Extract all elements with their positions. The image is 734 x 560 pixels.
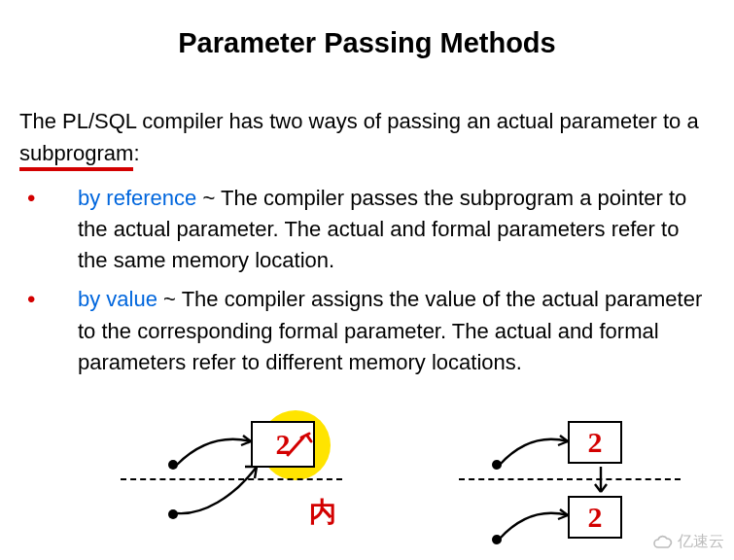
bullet-item-by-reference: by reference ~ The compiler passes the s… — [27, 183, 715, 276]
term-by-reference: by reference — [78, 186, 196, 210]
diagram-area: 2 内 2 2 — [0, 412, 734, 558]
memory-box-bottom: 2 — [568, 496, 622, 539]
term-by-value: by value — [78, 287, 157, 311]
dashed-divider-right — [459, 478, 681, 480]
bullet-item-by-value: by value ~ The compiler assigns the valu… — [27, 284, 715, 377]
cloud-icon — [652, 535, 674, 550]
intro-text-before: The PL/SQL compiler has two ways of pass… — [19, 109, 699, 133]
intro-text-after: : — [133, 141, 139, 165]
copy-arrow-down — [591, 465, 611, 498]
bullet-list: by reference ~ The compiler passes the s… — [0, 183, 734, 378]
slide-title: Parameter Passing Methods — [0, 27, 734, 59]
intro-paragraph: The PL/SQL compiler has two ways of pass… — [0, 106, 734, 169]
watermark: 亿速云 — [652, 532, 724, 552]
pointer-arrow-upper-right — [498, 430, 574, 472]
watermark-text: 亿速云 — [678, 532, 724, 552]
bullet-sep: ~ — [157, 287, 182, 311]
bullet-sep: ~ — [196, 186, 221, 210]
handwritten-note: 内 — [309, 494, 336, 531]
intro-underlined-word: subprogram — [19, 141, 133, 171]
pen-annotation-mark — [286, 432, 315, 459]
memory-box-top: 2 — [568, 421, 622, 464]
pointer-arrow-lower-right — [498, 504, 574, 546]
